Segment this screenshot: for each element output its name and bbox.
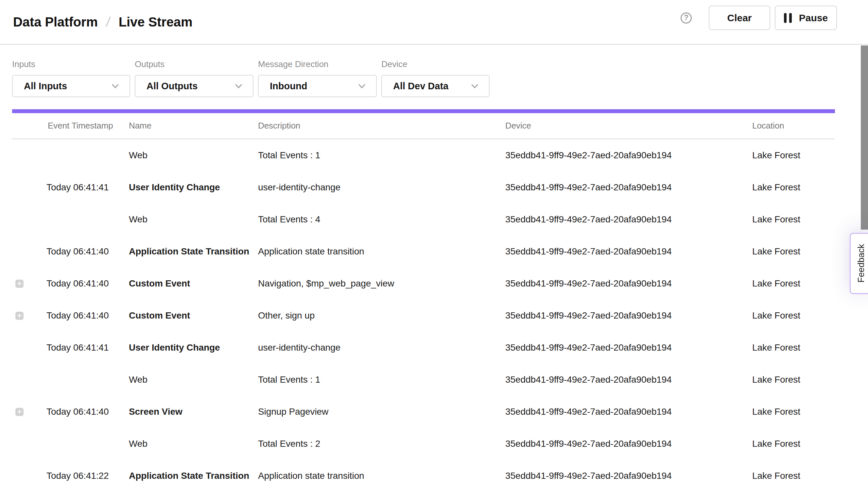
- plus-icon: +: [17, 408, 21, 415]
- event-description-cell: Application state transition: [258, 246, 505, 257]
- table-body: + Web Total Events : 1 35eddb41-9ff9-49e…: [12, 139, 835, 486]
- event-location-cell: Lake Forest: [752, 246, 835, 257]
- filter-dropdown-message-direction[interactable]: Inbound: [258, 75, 377, 97]
- event-description-cell: Signup Pageview: [258, 406, 505, 417]
- table-row[interactable]: + Today 06:41:40 Application State Trans…: [12, 236, 835, 268]
- event-name-cell: User Identity Change: [129, 342, 258, 353]
- event-name-cell: Custom Event: [129, 310, 258, 321]
- plus-icon: +: [17, 312, 21, 319]
- event-device-cell: 35eddb41-9ff9-49e2-7aed-20afa90eb194: [505, 374, 752, 385]
- table-row[interactable]: + Web Total Events : 1 35eddb41-9ff9-49e…: [12, 139, 835, 171]
- event-timestamp-cell: Today 06:41:40: [46, 278, 129, 289]
- event-device-cell: 35eddb41-9ff9-49e2-7aed-20afa90eb194: [505, 310, 752, 321]
- column-header-name: Name: [129, 121, 258, 131]
- event-location-cell: Lake Forest: [752, 150, 835, 160]
- table-row[interactable]: + Web Total Events : 4 35eddb41-9ff9-49e…: [12, 204, 835, 236]
- pause-button[interactable]: Pause: [775, 5, 837, 30]
- event-location-cell: Lake Forest: [752, 406, 835, 417]
- filter-dropdown-inputs[interactable]: All Inputs: [12, 75, 130, 97]
- event-timestamp-cell: Today 06:41:40: [46, 406, 129, 417]
- pause-button-label: Pause: [799, 12, 828, 24]
- filter-group: Device All Dev Data: [381, 59, 490, 97]
- column-header-description: Description: [258, 121, 505, 131]
- row-icon-cell: +: [12, 472, 46, 480]
- feedback-tab-label: Feedback: [857, 244, 867, 283]
- event-location-cell: Lake Forest: [752, 310, 835, 321]
- row-icon-cell: +: [12, 215, 46, 224]
- row-icon-cell: +: [12, 376, 46, 384]
- event-name-cell: Application State Transition: [129, 470, 258, 481]
- expand-row-button[interactable]: +: [16, 280, 24, 288]
- filter-selected-value: All Inputs: [24, 81, 67, 92]
- filter-selected-value: All Dev Data: [393, 81, 448, 92]
- breadcrumb-item-data-platform[interactable]: Data Platform: [13, 15, 98, 29]
- plus-icon: +: [17, 280, 21, 287]
- filter-bar: Inputs All Inputs Outputs All Outputs Me…: [0, 45, 868, 97]
- event-description-cell: Total Events : 4: [258, 214, 505, 225]
- breadcrumb-separator: /: [105, 14, 111, 30]
- column-header-event-timestamp: Event Timestamp: [46, 121, 129, 131]
- clear-button-label: Clear: [727, 12, 751, 24]
- table-row[interactable]: + Today 06:41:40 Custom Event Other, sig…: [12, 300, 835, 332]
- vertical-scrollbar-thumb[interactable]: [861, 45, 868, 230]
- event-name-cell: Screen View: [129, 406, 258, 417]
- chevron-down-icon: [358, 82, 366, 91]
- filter-selected-value: Inbound: [270, 81, 307, 92]
- event-location-cell: Lake Forest: [752, 214, 835, 225]
- event-description-cell: Application state transition: [258, 470, 505, 481]
- column-header-location: Location: [752, 121, 835, 131]
- table-row[interactable]: + Web Total Events : 2 35eddb41-9ff9-49e…: [12, 428, 835, 460]
- event-device-cell: 35eddb41-9ff9-49e2-7aed-20afa90eb194: [505, 182, 752, 193]
- event-timestamp-cell: Today 06:41:22: [46, 470, 129, 481]
- filter-dropdown-device[interactable]: All Dev Data: [381, 75, 490, 97]
- chevron-down-icon: [111, 82, 120, 91]
- table-row[interactable]: + Today 06:41:40 Custom Event Navigation…: [12, 268, 835, 300]
- row-icon-cell: +: [12, 440, 46, 448]
- event-name-cell: Web: [129, 374, 258, 385]
- event-stream-table: Event Timestamp Name Description Device …: [12, 113, 835, 486]
- event-name-cell: Web: [129, 150, 258, 160]
- event-name-cell: Web: [129, 214, 258, 225]
- column-header-device: Device: [505, 121, 752, 131]
- feedback-tab[interactable]: Feedback: [850, 233, 868, 294]
- filter-group: Outputs All Outputs: [135, 59, 253, 97]
- row-icon-cell: +: [12, 183, 46, 192]
- event-location-cell: Lake Forest: [752, 470, 835, 481]
- filter-selected-value: All Outputs: [147, 81, 197, 92]
- table-row[interactable]: + Today 06:41:22 Application State Trans…: [12, 460, 835, 486]
- filter-label: Outputs: [135, 59, 253, 69]
- event-device-cell: 35eddb41-9ff9-49e2-7aed-20afa90eb194: [505, 278, 752, 289]
- filter-label: Inputs: [12, 59, 130, 69]
- table-row[interactable]: + Web Total Events : 1 35eddb41-9ff9-49e…: [12, 364, 835, 396]
- event-location-cell: Lake Forest: [752, 342, 835, 353]
- filter-dropdown-outputs[interactable]: All Outputs: [135, 75, 253, 97]
- event-device-cell: 35eddb41-9ff9-49e2-7aed-20afa90eb194: [505, 342, 752, 353]
- event-description-cell: Total Events : 2: [258, 438, 505, 449]
- clear-button[interactable]: Clear: [709, 5, 770, 30]
- expand-row-button[interactable]: +: [16, 408, 24, 416]
- filter-label: Message Direction: [258, 59, 377, 69]
- event-description-cell: Total Events : 1: [258, 150, 505, 160]
- event-timestamp-cell: Today 06:41:40: [46, 246, 129, 257]
- event-description-cell: user-identity-change: [258, 182, 505, 193]
- event-device-cell: 35eddb41-9ff9-49e2-7aed-20afa90eb194: [505, 246, 752, 257]
- breadcrumb: Data Platform / Live Stream: [13, 0, 193, 44]
- event-description-cell: Other, sign up: [258, 310, 505, 321]
- table-row[interactable]: + Today 06:41:40 Screen View Signup Page…: [12, 396, 835, 428]
- event-location-cell: Lake Forest: [752, 438, 835, 449]
- event-device-cell: 35eddb41-9ff9-49e2-7aed-20afa90eb194: [505, 406, 752, 417]
- event-location-cell: Lake Forest: [752, 278, 835, 289]
- table-header-row: Event Timestamp Name Description Device …: [12, 113, 835, 139]
- row-icon-cell: +: [12, 312, 46, 320]
- table-row[interactable]: + Today 06:41:41 User Identity Change us…: [12, 332, 835, 364]
- help-icon[interactable]: ?: [681, 12, 692, 24]
- table-row[interactable]: + Today 06:41:41 User Identity Change us…: [12, 171, 835, 204]
- filter-group: Inputs All Inputs: [12, 59, 130, 97]
- row-icon-cell: +: [12, 280, 46, 288]
- filter-group: Message Direction Inbound: [258, 59, 377, 97]
- expand-row-button[interactable]: +: [16, 312, 24, 320]
- event-location-cell: Lake Forest: [752, 374, 835, 385]
- breadcrumb-item-live-stream: Live Stream: [119, 15, 193, 29]
- row-icon-cell: +: [12, 248, 46, 256]
- event-location-cell: Lake Forest: [752, 182, 835, 193]
